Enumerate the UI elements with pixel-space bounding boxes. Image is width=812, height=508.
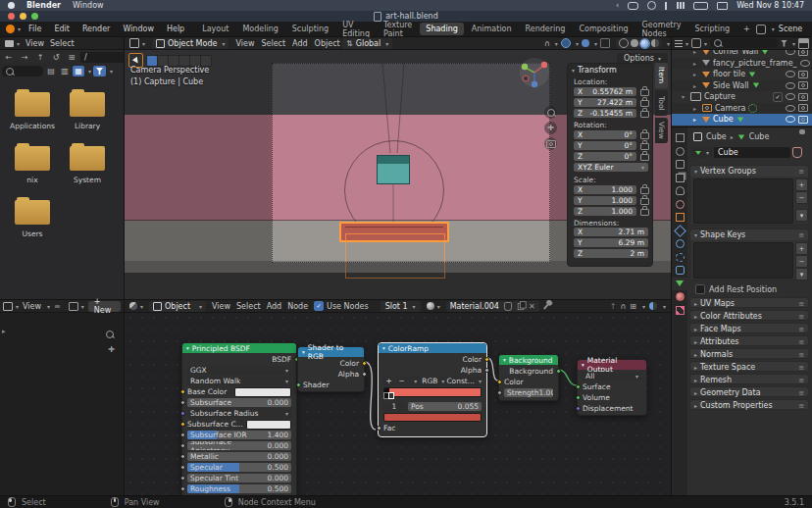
background-output-socket[interactable]	[556, 369, 561, 374]
volume-input-socket[interactable]	[576, 395, 581, 400]
remesh-panel[interactable]: ▸Remesh≡	[689, 374, 809, 384]
material-icon[interactable]: ▾	[427, 302, 440, 310]
toggle-icon-6[interactable]	[201, 56, 211, 66]
tab-layout[interactable]: Layout	[196, 23, 234, 35]
blender-logo-icon[interactable]: ▾	[6, 25, 21, 33]
viewport-select-menu[interactable]: Select	[261, 39, 285, 48]
alpha-output-socket[interactable]	[362, 372, 367, 377]
roughness-socket[interactable]	[180, 486, 185, 491]
render-visibility-icon[interactable]	[798, 71, 808, 78]
file-view-menu[interactable]: View	[25, 39, 44, 48]
subsurface-socket[interactable]	[180, 400, 185, 405]
dimensions-x-field[interactable]: X2.71 m	[574, 228, 648, 236]
specular-field[interactable]: Specular0.500	[187, 463, 291, 472]
pin-material-icon[interactable]	[543, 303, 549, 310]
base-color-socket[interactable]	[180, 389, 185, 394]
color-input-socket[interactable]	[497, 380, 502, 384]
lock-icon[interactable]	[640, 154, 649, 161]
zoom-gizmo-icon[interactable]	[544, 106, 557, 119]
data-name-field[interactable]: Cube	[714, 147, 790, 158]
shader-select-menu[interactable]: Select	[236, 302, 261, 311]
shading-dropdown-icon[interactable]: ▾	[667, 40, 670, 47]
tab-modeling[interactable]: Modeling	[236, 23, 283, 35]
image-view-menu[interactable]: View	[23, 302, 41, 311]
subsurface-method-dropdown[interactable]: Random Walk▾	[187, 377, 291, 385]
add-shape-key-button[interactable]: +	[795, 242, 808, 255]
viewport-add-menu[interactable]: Add	[292, 39, 308, 48]
overlays-toggle-icon[interactable]	[600, 38, 610, 48]
hide-eye-icon[interactable]	[786, 50, 795, 55]
tab-texture-icon[interactable]	[672, 304, 687, 318]
folder-applications[interactable]: Applications	[8, 92, 57, 130]
fac-input-socket[interactable]	[377, 426, 381, 431]
image-editor-icon[interactable]: ▾	[3, 302, 19, 311]
tab-physics-icon[interactable]	[672, 251, 687, 265]
shader-view-menu[interactable]: View	[212, 302, 230, 311]
hide-eye-icon[interactable]	[786, 82, 795, 89]
folder-users[interactable]: Users	[8, 200, 57, 238]
tab-scene-icon[interactable]	[672, 184, 687, 198]
minimize-window-button[interactable]	[20, 13, 26, 20]
scale-y-field[interactable]: Y1.000	[574, 196, 636, 205]
display-horizontal-list-icon[interactable]: ▥	[59, 66, 71, 76]
outliner-filter-icon[interactable]	[781, 40, 787, 47]
render-visibility-icon[interactable]	[798, 93, 808, 101]
fake-user-shield-icon[interactable]	[792, 147, 802, 158]
stop-position-field[interactable]: Pos0.055	[408, 402, 482, 411]
hide-eye-icon[interactable]	[800, 60, 810, 67]
shape-keys-header[interactable]: ▾Shape Keys≡	[690, 229, 808, 240]
material-output-node[interactable]: ▾Material Output All▾ Surface Volume Dis…	[577, 359, 647, 416]
menu-render[interactable]: Render	[82, 25, 110, 33]
outliner-row-cube-selected[interactable]: ▸ Cube	[672, 114, 812, 126]
file-select-menu[interactable]: Select	[50, 39, 75, 48]
surface-input-socket[interactable]	[576, 384, 581, 389]
tab-sculpting[interactable]: Sculpting	[286, 23, 334, 35]
attributes-panel[interactable]: ▸Attributes≡	[689, 335, 809, 346]
texture-space-panel[interactable]: ▸Texture Space≡	[689, 361, 809, 372]
render-visibility-icon[interactable]	[798, 116, 808, 124]
vertex-groups-header[interactable]: ▾Vertex Groups≡	[690, 166, 808, 177]
shading-material-icon[interactable]	[640, 39, 649, 48]
location-z-field[interactable]: Z-0.15455 m	[574, 109, 636, 118]
chevron-left-icon[interactable]: ‹	[616, 1, 619, 10]
subsurface-radius-dropdown[interactable]: Subsurface Radius▾	[187, 409, 291, 418]
remove-vertex-group-button[interactable]: −	[795, 191, 808, 204]
axis-navigation-gizmo[interactable]	[519, 57, 550, 88]
fake-user-shield-icon[interactable]	[504, 302, 512, 311]
menu-edit[interactable]: Edit	[54, 25, 70, 33]
tab-modifiers-icon[interactable]	[672, 225, 687, 238]
menu-window[interactable]: Window	[123, 25, 154, 33]
outliner-row-camera[interactable]: ▸ Camera	[672, 103, 812, 115]
panel-menu-icon[interactable]: ≡	[798, 168, 804, 176]
npanel-tab-item[interactable]: Item	[655, 63, 668, 88]
scale-z-field[interactable]: Z1.000	[574, 207, 636, 216]
shader-input-socket[interactable]	[296, 382, 301, 387]
display-vertical-list-icon[interactable]: ▤	[45, 66, 57, 76]
subsurface-radius-socket[interactable]	[180, 411, 185, 416]
shader-editor-icon[interactable]: ▾	[129, 302, 143, 310]
toggle-icon-4[interactable]	[179, 56, 189, 66]
zoom-window-button[interactable]	[31, 13, 38, 20]
shading-wireframe-icon[interactable]	[619, 38, 629, 48]
face-maps-panel[interactable]: ▸Face Maps≡	[689, 323, 809, 333]
camera-frame[interactable]	[272, 63, 550, 263]
tab-compositing[interactable]: Compositing	[573, 23, 634, 35]
hide-eye-icon[interactable]	[786, 71, 795, 77]
panel-menu-icon[interactable]: ≡	[798, 231, 804, 239]
viewport-view-menu[interactable]: View	[235, 39, 254, 48]
outliner-row-corner-wall[interactable]: ▸ Corner Wall	[672, 50, 812, 58]
render-visibility-icon[interactable]	[798, 104, 808, 112]
tab-world-icon[interactable]	[672, 198, 687, 212]
tab-viewlayer-icon[interactable]	[672, 172, 687, 185]
outliner-row-fancy-picture-frame[interactable]: ▸ fancy_picture_frame_	[672, 58, 812, 70]
outliner-search-input[interactable]	[710, 38, 778, 48]
tab-rendering[interactable]: Rendering	[520, 23, 572, 35]
snap-grid-icon[interactable]: ⊞	[630, 302, 636, 311]
stop-color-swatch[interactable]	[383, 413, 482, 422]
snap-node-icon[interactable]: ∩	[620, 302, 626, 311]
use-nodes-checkbox[interactable]: ✓	[314, 301, 324, 311]
distribution-dropdown[interactable]: GGX▾	[187, 366, 291, 375]
ramp-stop-1-active[interactable]	[388, 392, 394, 399]
hide-eye-icon[interactable]	[786, 105, 795, 112]
shape-key-specials-button[interactable]: ▾	[795, 268, 808, 280]
